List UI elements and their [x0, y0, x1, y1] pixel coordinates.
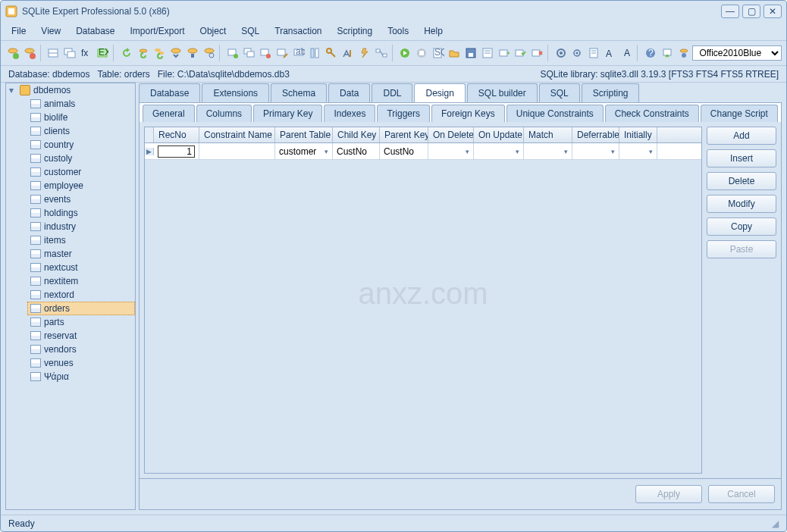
script-icon[interactable]	[586, 45, 601, 61]
menu-import-export[interactable]: Import/Export	[124, 23, 191, 39]
cell-on-delete[interactable]	[428, 143, 474, 159]
tab-ddl[interactable]: DDL	[372, 83, 412, 102]
modify-button[interactable]: Modify	[707, 195, 776, 213]
table-copy-icon[interactable]	[242, 45, 257, 61]
tree-table-animals[interactable]: animals	[27, 97, 135, 111]
add-button[interactable]: Add	[707, 127, 776, 145]
tree-table-clients[interactable]: clients	[27, 124, 135, 138]
subtab-general[interactable]: General	[143, 105, 195, 122]
tree-table-biolife[interactable]: biolife	[27, 111, 135, 124]
menu-tools[interactable]: Tools	[381, 23, 415, 39]
db-new-icon[interactable]	[5, 45, 20, 61]
cell-parent-table[interactable]: customer	[275, 143, 333, 159]
tx-commit-icon[interactable]	[513, 45, 528, 61]
tree-table-events[interactable]: events	[27, 192, 135, 206]
sql-open-icon[interactable]	[447, 45, 462, 61]
sql-save-icon[interactable]	[463, 45, 478, 61]
db-remove-icon[interactable]	[22, 45, 37, 61]
ext-icon[interactable]: EXT	[95, 45, 110, 61]
help-icon[interactable]: ?	[643, 45, 658, 61]
vacuum-icon[interactable]	[185, 45, 200, 61]
tree-db-node[interactable]: ▾ dbdemos	[6, 83, 135, 97]
tree-table-nextcust[interactable]: nextcust	[27, 261, 135, 274]
subtab-change-script[interactable]: Change Script	[701, 105, 778, 122]
db-settings-icon[interactable]	[202, 45, 217, 61]
tree-table-venues[interactable]: venues	[27, 356, 135, 370]
tree-table-items[interactable]: items	[27, 233, 135, 247]
subtab-check-constraints[interactable]: Check Constraints	[605, 105, 699, 122]
sql-new-icon[interactable]: SQL	[431, 45, 446, 61]
table-rename-icon[interactable]: ab	[291, 45, 306, 61]
refresh-icon[interactable]	[119, 45, 134, 61]
refresh-all-icon[interactable]	[152, 45, 167, 61]
tree-table-holdings[interactable]: holdings	[27, 206, 135, 220]
tab-extensions[interactable]: Extensions	[202, 83, 269, 102]
recno-input[interactable]	[158, 146, 195, 158]
tree-table-nextord[interactable]: nextord	[27, 288, 135, 302]
subtab-indexes[interactable]: Indexes	[324, 105, 375, 122]
apply-button[interactable]: Apply	[635, 485, 702, 503]
about-icon[interactable]	[676, 45, 691, 61]
subtab-columns[interactable]: Columns	[196, 105, 252, 122]
cell-child-key[interactable]: CustNo	[333, 143, 380, 159]
fk-grid[interactable]: anxz.com RecNoConstraint NameParent Tabl…	[144, 127, 702, 474]
tables-icon[interactable]	[62, 45, 77, 61]
run-icon[interactable]	[397, 45, 412, 61]
trigger-icon[interactable]	[357, 45, 372, 61]
key-icon[interactable]	[325, 45, 340, 61]
subtab-unique-constraints[interactable]: Unique Constraints	[506, 105, 604, 122]
stop-icon[interactable]	[414, 45, 429, 61]
minimize-button[interactable]: —	[721, 5, 739, 18]
cell-constraint-name[interactable]	[199, 143, 275, 159]
tab-sql[interactable]: SQL	[539, 83, 580, 102]
cell-parent-key[interactable]: CustNo	[380, 143, 428, 159]
tab-design[interactable]: Design	[414, 83, 465, 102]
tree-table-parts[interactable]: parts	[27, 315, 135, 329]
table-edit-icon[interactable]	[274, 45, 290, 61]
index-icon[interactable]	[340, 45, 356, 61]
table-new-icon[interactable]	[225, 45, 240, 61]
collapse-icon[interactable]: ▾	[9, 85, 17, 95]
cell-recno[interactable]	[154, 143, 199, 159]
tab-scripting[interactable]: Scripting	[582, 83, 640, 102]
menu-transaction[interactable]: Transaction	[268, 23, 328, 39]
cell-initially[interactable]	[619, 143, 657, 159]
fk-icon[interactable]	[374, 45, 389, 61]
col-recno[interactable]: RecNo	[154, 127, 199, 142]
col-parent-key[interactable]: Parent Key	[380, 127, 428, 142]
cell-deferrable[interactable]	[572, 143, 619, 159]
tree-table-country[interactable]: country	[27, 138, 135, 152]
tree-table-vendors[interactable]: vendors	[27, 343, 135, 356]
col-on-delete[interactable]: On Delete	[428, 127, 474, 142]
close-button[interactable]: ✕	[763, 5, 782, 18]
fx-icon[interactable]: fx	[79, 45, 94, 61]
cell-match[interactable]	[524, 143, 572, 159]
col-child-key[interactable]: Child Key	[333, 127, 380, 142]
update-icon[interactable]	[660, 45, 675, 61]
tree-table-reservat[interactable]: reservat	[27, 329, 135, 343]
menu-view[interactable]: View	[35, 23, 67, 39]
tree-table-custoly[interactable]: custoly	[27, 152, 135, 165]
paste-button[interactable]: Paste	[707, 240, 776, 258]
menu-database[interactable]: Database	[70, 23, 121, 39]
col-on-update[interactable]: On Update	[474, 127, 524, 142]
tab-database[interactable]: Database	[139, 83, 200, 102]
font-small-icon[interactable]: A	[619, 45, 635, 61]
gear-small-icon[interactable]	[569, 45, 585, 61]
tab-schema[interactable]: Schema	[271, 83, 327, 102]
resize-grip-icon[interactable]: ◢	[772, 518, 779, 529]
tree-table-employee[interactable]: employee	[27, 179, 135, 192]
col-parent-table[interactable]: Parent Table	[275, 127, 333, 142]
table-icon[interactable]	[45, 45, 61, 61]
tree-panel[interactable]: ▾ dbdemos animalsbiolifeclientscountrycu…	[5, 83, 136, 510]
tree-table-master[interactable]: master	[27, 247, 135, 261]
tx-rollback-icon[interactable]	[529, 45, 544, 61]
tree-table-nextitem[interactable]: nextitem	[27, 274, 135, 288]
cancel-button[interactable]: Cancel	[708, 485, 775, 503]
col-constraint-name[interactable]: Constraint Name	[199, 127, 275, 142]
subtab-triggers[interactable]: Triggers	[377, 105, 430, 122]
col-deferrable[interactable]: Deferrable	[572, 127, 619, 142]
menu-file[interactable]: File	[5, 23, 32, 39]
tree-table-customer[interactable]: customer	[27, 165, 135, 179]
cell-on-update[interactable]	[474, 143, 524, 159]
